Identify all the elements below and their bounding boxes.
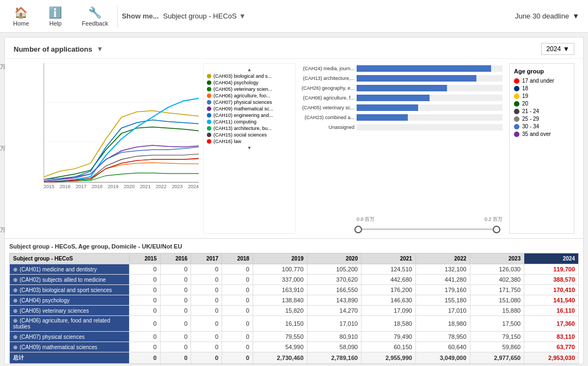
line-legend-items: (CAH03) biological and s...(CAH04) psych… bbox=[207, 73, 292, 144]
table-cell-2023: 59,860 bbox=[470, 342, 524, 352]
line-legend-dot bbox=[207, 113, 211, 117]
deadline-section[interactable]: June 30 deadline ▼ bbox=[515, 12, 579, 20]
table-row: ⊕(CAH03) biological and sport sciences00… bbox=[10, 285, 579, 295]
table-cell-subject: 总计 bbox=[10, 352, 130, 364]
col-2015: 2015 bbox=[130, 253, 161, 264]
feedback-nav[interactable]: 🔧 Feedback bbox=[77, 4, 112, 29]
table-cell-2018: 0 bbox=[222, 342, 253, 352]
age-group-legend: Age group 17 and under18192021 - 2425 - … bbox=[509, 63, 574, 234]
bar-track bbox=[357, 124, 503, 131]
line-legend-dot bbox=[207, 107, 211, 111]
age-legend-dot bbox=[514, 124, 519, 129]
home-label: Home bbox=[13, 20, 29, 27]
age-legend-label: 17 and under bbox=[522, 78, 554, 84]
line-legend-dot bbox=[207, 74, 211, 78]
chevron-down-icon: ▼ bbox=[239, 12, 246, 20]
table-cell-2024: 141,540 bbox=[524, 295, 579, 306]
table-cell-2018: 0 bbox=[222, 306, 253, 316]
expand-icon[interactable]: ⊕ bbox=[13, 318, 17, 324]
expand-icon[interactable]: ⊕ bbox=[13, 334, 17, 340]
col-2016: 2016 bbox=[160, 253, 191, 264]
scroll-down-arrow[interactable]: ▼ bbox=[207, 145, 292, 151]
table-cell-2017: 0 bbox=[191, 306, 222, 316]
table-cell-2018: 0 bbox=[222, 316, 253, 332]
bar-row-0: (CAH24) media, journ... bbox=[300, 65, 503, 72]
col-2020: 2020 bbox=[307, 253, 362, 264]
help-nav[interactable]: ℹ️ Help bbox=[44, 4, 66, 29]
slider-track bbox=[354, 228, 500, 230]
table-cell-2023: 171,750 bbox=[470, 285, 524, 295]
table-cell-2021: 79,490 bbox=[362, 332, 416, 342]
bar-label: (CAH06) agriculture, f... bbox=[300, 95, 354, 101]
data-table: Subject group - HECoS 2015 2016 2017 201… bbox=[9, 253, 579, 364]
slider-right-thumb[interactable] bbox=[493, 226, 500, 233]
scroll-up-arrow[interactable]: ▲ bbox=[207, 67, 292, 72]
line-legend-item-9: (CAH15) social sciences bbox=[207, 132, 292, 138]
expand-icon[interactable]: ⊕ bbox=[13, 308, 17, 314]
expand-icon[interactable]: ⊕ bbox=[13, 266, 17, 272]
bar-fill bbox=[357, 114, 408, 121]
expand-icon[interactable]: ⊕ bbox=[13, 287, 17, 293]
show-me-value: Subject group - HECoS bbox=[163, 12, 237, 20]
age-legend-label: 19 bbox=[522, 93, 528, 99]
line-legend-item-3: (CAH06) agriculture, foo... bbox=[207, 93, 292, 98]
line-legend-label: (CAH09) mathematical sc... bbox=[213, 106, 273, 111]
bar-track bbox=[357, 75, 503, 82]
col-2024: 2024 bbox=[524, 253, 579, 264]
table-cell-2022: 132,100 bbox=[415, 264, 470, 275]
expand-icon[interactable]: ⊕ bbox=[13, 277, 17, 283]
x-axis-labels: 2015 2016 2017 2018 2019 2020 2021 2022 … bbox=[44, 183, 199, 189]
line-chart-svg bbox=[44, 63, 199, 182]
col-2023: 2023 bbox=[470, 253, 524, 264]
table-cell-2019: 15,820 bbox=[253, 306, 307, 316]
age-legend-item-3: 20 bbox=[514, 101, 569, 107]
show-me-section: Show me... Subject group - HECoS ▼ bbox=[122, 12, 515, 20]
age-legend-dot bbox=[514, 86, 519, 91]
age-legend-item-6: 30 - 34 bbox=[514, 123, 569, 129]
col-2021: 2021 bbox=[362, 253, 416, 264]
year-dropdown[interactable]: 2024 ▼ bbox=[541, 43, 574, 55]
table-cell-2020: 80,910 bbox=[307, 332, 362, 342]
chart-title-row: Number of applications ▼ bbox=[14, 45, 103, 53]
table-cell-2019: 163,910 bbox=[253, 285, 307, 295]
table-cell-2024: 16,110 bbox=[524, 306, 579, 316]
help-label: Help bbox=[50, 20, 62, 27]
table-cell-2016: 0 bbox=[160, 332, 191, 342]
table-cell-2019: 100,770 bbox=[253, 264, 307, 275]
bar-chart-container: (CAH24) media, journ... (CAH13) architec… bbox=[300, 63, 503, 213]
charts-area: 0.4 百万 0.2 百万 0.0 百万 bbox=[5, 59, 583, 238]
line-legend-item-7: (CAH11) computing bbox=[207, 119, 292, 125]
line-legend-label: (CAH13) architecture, bu... bbox=[213, 126, 272, 131]
expand-icon[interactable]: ⊕ bbox=[13, 297, 17, 303]
header: 🏠 Home ℹ️ Help 🔧 Feedback Show me... Sub… bbox=[0, 0, 588, 33]
table-header-row: Subject group - HECoS 2015 2016 2017 201… bbox=[10, 253, 579, 264]
line-legend-dot bbox=[207, 87, 211, 91]
line-legend-label: (CAH05) veterinary scien... bbox=[213, 86, 272, 92]
age-legend-dot bbox=[514, 78, 519, 84]
bar-row-4: (CAH05) veterinary sc... bbox=[300, 104, 503, 111]
table-cell-2017: 0 bbox=[191, 352, 222, 364]
line-legend-dot bbox=[207, 100, 211, 104]
line-legend-item-10: (CAH16) law bbox=[207, 139, 292, 144]
slider-left-thumb[interactable] bbox=[354, 226, 362, 233]
y-axis-labels: 0.4 百万 0.2 百万 0.0 百万 bbox=[0, 63, 5, 234]
nav-bar: 🏠 Home ℹ️ Help 🔧 Feedback bbox=[9, 4, 113, 29]
table-cell-2017: 0 bbox=[191, 316, 222, 332]
line-legend-item-5: (CAH09) mathematical sc... bbox=[207, 106, 292, 111]
line-legend-dot bbox=[207, 139, 211, 144]
age-legend-item-5: 25 - 29 bbox=[514, 116, 569, 122]
show-me-dropdown[interactable]: Subject group - HECoS ▼ bbox=[163, 12, 246, 20]
expand-icon[interactable]: ⊕ bbox=[13, 344, 17, 350]
home-nav[interactable]: 🏠 Home bbox=[9, 4, 33, 29]
table-cell-2020: 105,200 bbox=[307, 264, 362, 275]
table-cell-2015: 0 bbox=[130, 264, 161, 275]
bar-track bbox=[357, 114, 503, 121]
table-cell-2024: 17,360 bbox=[524, 316, 579, 332]
table-cell-2015: 0 bbox=[130, 316, 161, 332]
table-cell-2022: 441,280 bbox=[415, 275, 470, 285]
year-value: 2024 bbox=[546, 45, 561, 53]
age-legend-dot bbox=[514, 101, 519, 107]
y-axis-bot: 0.0 百万 bbox=[0, 226, 5, 234]
table-body: ⊕(CAH01) medicine and dentistry0000100,7… bbox=[10, 264, 579, 364]
feedback-icon: 🔧 bbox=[88, 6, 102, 19]
